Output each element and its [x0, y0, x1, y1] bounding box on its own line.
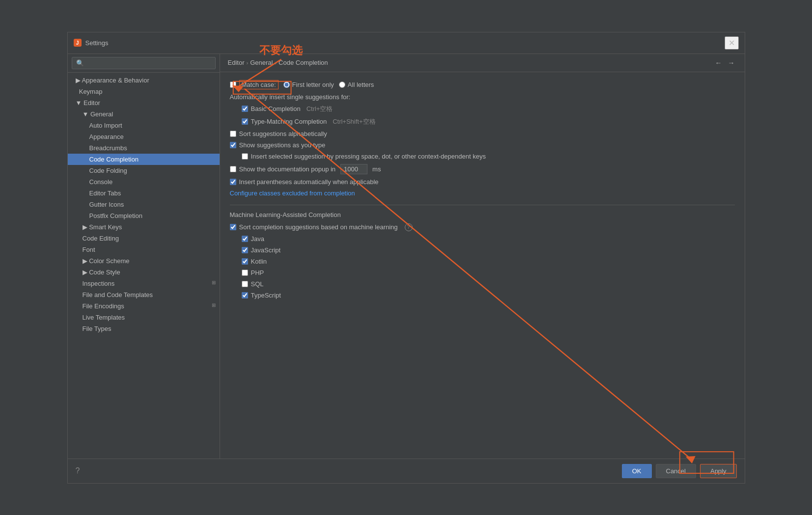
all-letters-text: All letters	[348, 81, 374, 88]
sidebar-item-code-folding[interactable]: Code Folding	[68, 165, 220, 176]
sidebar-item-gutter-icons[interactable]: Gutter Icons	[68, 199, 220, 210]
ml-java-checkbox[interactable]	[242, 236, 248, 242]
ml-kotlin-label[interactable]: Kotlin	[242, 258, 735, 265]
expand-arrow: ▼	[76, 99, 84, 107]
show-doc-popup-label[interactable]: Show the documentation popup in	[230, 165, 336, 173]
right-panel: Editor › General › Code Completion ← → M…	[220, 54, 745, 459]
breadcrumb-general: General	[250, 59, 273, 66]
match-case-label[interactable]: Match case:	[230, 80, 279, 89]
show-suggestions-checkbox[interactable]	[230, 142, 236, 148]
nav-back-button[interactable]: ←	[713, 58, 724, 68]
insert-parens-checkbox[interactable]	[230, 179, 236, 185]
sidebar-item-keymap[interactable]: Keymap	[68, 86, 220, 97]
breadcrumb-code-completion: Code Completion	[279, 59, 328, 66]
type-matching-label[interactable]: Type-Matching Completion Ctrl+Shift+空格	[242, 117, 735, 126]
ml-kotlin-checkbox[interactable]	[242, 258, 248, 265]
insert-parens-row: Insert parentheses automatically when ap…	[230, 178, 735, 186]
breadcrumb-sep1: ›	[246, 60, 248, 66]
show-doc-popup-text: Show the documentation popup in	[239, 165, 336, 173]
basic-completion-shortcut: Ctrl+空格	[307, 105, 333, 113]
all-letters-radio[interactable]	[339, 81, 345, 88]
sidebar-item-appearance[interactable]: Appearance	[68, 131, 220, 142]
ml-sql-label[interactable]: SQL	[242, 280, 735, 288]
expand-arrow: ▶	[83, 269, 89, 276]
type-matching-row: Type-Matching Completion Ctrl+Shift+空格	[242, 117, 735, 126]
configure-link[interactable]: Configure classes excluded from completi…	[230, 190, 355, 197]
match-case-checkbox[interactable]	[230, 81, 236, 88]
type-matching-text: Type-Matching Completion	[251, 118, 327, 125]
ml-java-label[interactable]: Java	[242, 235, 735, 243]
ml-sql-text: SQL	[251, 280, 264, 288]
ml-sql-checkbox[interactable]	[242, 281, 248, 287]
ml-javascript-row: JavaScript	[242, 246, 735, 254]
sidebar-item-file-encodings[interactable]: File Encodings ⊞	[68, 300, 220, 312]
ml-kotlin-text: Kotlin	[251, 258, 267, 265]
basic-completion-row: Basic Completion Ctrl+空格	[242, 105, 735, 113]
search-input[interactable]	[72, 57, 216, 69]
ml-sql-row: SQL	[242, 280, 735, 288]
show-suggestions-label[interactable]: Show suggestions as you type	[230, 141, 326, 149]
sidebar-item-file-types[interactable]: File Types	[68, 323, 220, 334]
sidebar-item-file-templates[interactable]: File and Code Templates	[68, 289, 220, 300]
help-icon[interactable]: ?	[76, 466, 80, 475]
show-doc-popup-checkbox[interactable]	[230, 166, 236, 172]
close-button[interactable]: ✕	[725, 36, 739, 50]
content-area: Match case: First letter only All letter…	[220, 72, 745, 459]
ml-help-icon[interactable]: ?	[405, 223, 413, 231]
settings-dialog: J Settings ✕ ▶ Appearance & Behavior Key…	[67, 32, 745, 484]
settings-tree: ▶ Appearance & Behavior Keymap ▼ Editor …	[68, 73, 220, 459]
sort-alphabetically-text: Sort suggestions alphabetically	[239, 130, 327, 137]
window-title: Settings	[85, 39, 725, 47]
doc-popup-value-input[interactable]	[340, 164, 367, 174]
sidebar-item-auto-import[interactable]: Auto Import	[68, 120, 220, 131]
insert-selected-row: Insert selected suggestion by pressing s…	[230, 153, 735, 160]
title-bar: J Settings ✕	[68, 32, 745, 54]
cancel-button[interactable]: Cancel	[656, 464, 696, 478]
nav-forward-button[interactable]: →	[726, 58, 737, 68]
sidebar-item-general[interactable]: ▼ General	[68, 108, 220, 120]
sidebar-item-color-scheme[interactable]: ▶ Color Scheme	[68, 255, 220, 267]
ml-javascript-checkbox[interactable]	[242, 247, 248, 253]
ok-button[interactable]: OK	[622, 464, 652, 478]
type-matching-shortcut: Ctrl+Shift+空格	[333, 117, 375, 126]
basic-completion-checkbox[interactable]	[242, 106, 248, 112]
sidebar-item-appearance-behavior[interactable]: ▶ Appearance & Behavior	[68, 75, 220, 86]
ml-sort-label[interactable]: Sort completion suggestions based on mac…	[230, 223, 398, 231]
breadcrumb-sep2: ›	[275, 60, 277, 66]
insert-selected-label[interactable]: Insert selected suggestion by pressing s…	[242, 153, 735, 160]
ml-typescript-label[interactable]: TypeScript	[242, 292, 735, 299]
sidebar-item-smart-keys[interactable]: ▶ Smart Keys	[68, 221, 220, 233]
type-matching-checkbox[interactable]	[242, 118, 248, 125]
ml-php-label[interactable]: PHP	[242, 269, 735, 276]
first-letter-radio[interactable]	[283, 81, 290, 88]
sidebar-item-editor[interactable]: ▼ Editor	[68, 97, 220, 108]
sort-alphabetically-checkbox[interactable]	[230, 131, 236, 137]
insert-selected-checkbox[interactable]	[242, 153, 248, 160]
sidebar-item-inspections[interactable]: Inspections ⊞	[68, 278, 220, 289]
sidebar-item-live-templates[interactable]: Live Templates	[68, 312, 220, 323]
first-letter-text: First letter only	[292, 81, 334, 88]
ml-sort-checkbox[interactable]	[230, 224, 236, 230]
all-letters-label[interactable]: All letters	[339, 81, 374, 88]
apply-button[interactable]: Apply	[700, 464, 737, 478]
insert-parens-label[interactable]: Insert parentheses automatically when ap…	[230, 178, 379, 186]
ml-javascript-text: JavaScript	[251, 246, 281, 254]
sidebar-item-code-completion[interactable]: Code Completion	[68, 154, 220, 165]
sidebar-item-console[interactable]: Console	[68, 176, 220, 188]
sidebar-item-code-editing[interactable]: Code Editing	[68, 233, 220, 244]
sidebar-item-code-style[interactable]: ▶ Code Style	[68, 267, 220, 278]
sidebar-item-breadcrumbs[interactable]: Breadcrumbs	[68, 142, 220, 154]
ml-typescript-checkbox[interactable]	[242, 292, 248, 298]
ml-php-checkbox[interactable]	[242, 270, 248, 276]
show-suggestions-text: Show suggestions as you type	[239, 141, 326, 149]
basic-completion-label[interactable]: Basic Completion Ctrl+空格	[242, 105, 735, 113]
expand-arrow: ▼	[83, 110, 90, 118]
sort-alphabetically-label[interactable]: Sort suggestions alphabetically	[230, 130, 327, 137]
ml-javascript-label[interactable]: JavaScript	[242, 246, 735, 254]
sidebar-item-editor-tabs[interactable]: Editor Tabs	[68, 188, 220, 199]
first-letter-only-label[interactable]: First letter only	[283, 81, 334, 88]
ml-sort-row: Sort completion suggestions based on mac…	[230, 223, 735, 231]
sidebar-item-postfix-completion[interactable]: Postfix Completion	[68, 210, 220, 221]
sidebar-item-font[interactable]: Font	[68, 244, 220, 255]
ml-php-text: PHP	[251, 269, 264, 276]
